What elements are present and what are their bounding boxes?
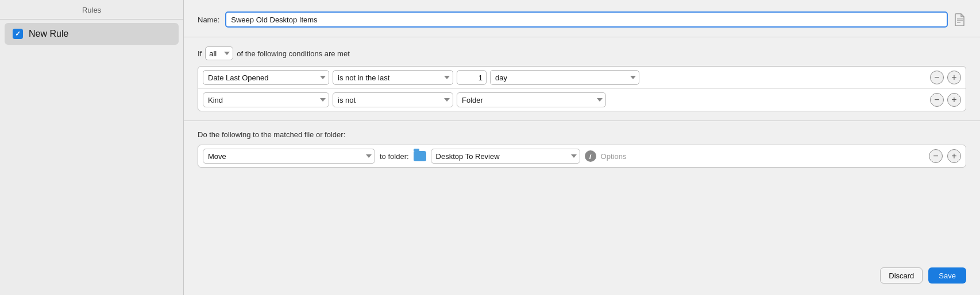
action-label: Do the following to the matched file or … xyxy=(198,130,966,139)
if-label: If xyxy=(198,49,202,58)
unit-select-1[interactable]: second minute hour day week month year xyxy=(490,70,639,85)
name-input[interactable] xyxy=(225,11,948,28)
bottom-bar: Discard Save xyxy=(198,267,966,284)
all-any-select[interactable]: all any xyxy=(205,46,233,60)
conditions-suffix: of the following conditions are met xyxy=(237,49,350,58)
sidebar-header: Rules xyxy=(0,0,183,20)
value-input-1[interactable] xyxy=(457,70,487,85)
folder-select[interactable]: Desktop To Review xyxy=(431,149,580,164)
value-select-2[interactable]: Folder Alias Application Audio Image Mov… xyxy=(457,92,606,107)
conditions-header: If all any of the following conditions a… xyxy=(198,46,966,60)
sidebar: Rules New Rule xyxy=(0,0,184,295)
condition-row: Date Last Opened Date Created Date Modif… xyxy=(198,89,966,111)
divider-2 xyxy=(184,121,980,121)
remove-condition-1-button[interactable]: − xyxy=(930,71,944,84)
condition-rows: Date Last Opened Date Created Date Modif… xyxy=(198,66,966,111)
sidebar-item-new-rule[interactable]: New Rule xyxy=(5,23,179,45)
field-select-2[interactable]: Date Last Opened Date Created Date Modif… xyxy=(203,92,329,107)
operator-select-1[interactable]: is is not is in the last is not in the l… xyxy=(333,70,453,85)
discard-button[interactable]: Discard xyxy=(880,267,923,284)
divider-1 xyxy=(184,37,980,37)
document-icon xyxy=(954,13,966,26)
name-label: Name: xyxy=(198,15,219,24)
action-section: Do the following to the matched file or … xyxy=(198,130,966,168)
name-row: Name: xyxy=(198,11,966,28)
save-button[interactable]: Save xyxy=(928,267,966,284)
remove-action-button[interactable]: − xyxy=(929,149,943,163)
sidebar-item-label: New Rule xyxy=(29,29,68,39)
remove-condition-2-button[interactable]: − xyxy=(930,93,944,107)
action-select[interactable]: Move Copy Alias Label Run Script Open Tr… xyxy=(203,149,375,164)
field-select-1[interactable]: Date Last Opened Date Created Date Modif… xyxy=(203,70,329,85)
operator-select-2[interactable]: is is not xyxy=(333,92,453,107)
action-row: Move Copy Alias Label Run Script Open Tr… xyxy=(198,145,966,168)
options-label: Options xyxy=(601,152,627,161)
add-condition-2-button[interactable]: + xyxy=(947,93,961,107)
rule-checkbox[interactable] xyxy=(13,29,23,39)
conditions-section: If all any of the following conditions a… xyxy=(198,46,966,111)
folder-icon xyxy=(414,151,426,161)
condition-row: Date Last Opened Date Created Date Modif… xyxy=(198,67,966,89)
main-content: Name: If all any of the following condit… xyxy=(184,0,980,295)
add-condition-1-button[interactable]: + xyxy=(947,71,961,84)
add-action-button[interactable]: + xyxy=(947,149,961,163)
to-folder-label: to folder: xyxy=(380,152,409,161)
info-button[interactable]: i xyxy=(585,150,596,162)
